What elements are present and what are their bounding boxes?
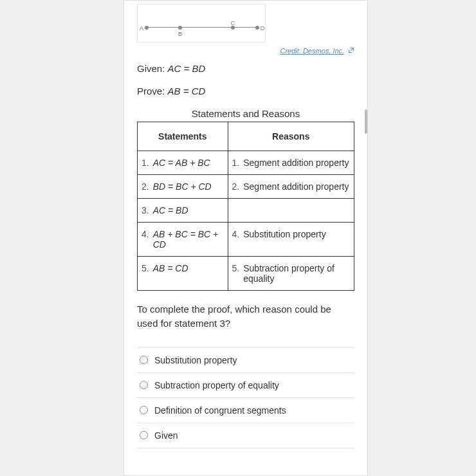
option-substitution[interactable]: Substitution property <box>137 348 354 373</box>
option-label: Subtraction property of equality <box>154 380 279 390</box>
row-num: 2. <box>142 181 149 192</box>
reason-text: Segment addition property <box>243 181 350 192</box>
credit-row: Credit: Desmos, Inc. <box>137 45 354 55</box>
row-num: 4. <box>142 229 149 250</box>
table-header-row: Statements Reasons <box>138 122 354 151</box>
credit-link[interactable]: Credit: Desmos, Inc. <box>280 47 344 55</box>
prove-line: Prove: AB = CD <box>137 86 354 96</box>
table-caption: Statements and Reasons <box>137 108 354 119</box>
point-a <box>145 26 149 30</box>
content-area: A B C D Credit: Desmos, Inc. Given: AC =… <box>124 4 367 461</box>
given-prefix: Given: <box>137 63 168 74</box>
option-label: Given <box>154 430 178 441</box>
option-label: Substitution property <box>154 355 237 365</box>
table-row: 5.AB = CD 5.Subtraction property of equa… <box>138 257 354 291</box>
scrollbar-thumb[interactable] <box>365 109 367 134</box>
label-c: C <box>231 20 235 26</box>
point-b <box>178 26 182 30</box>
statement-text: AC = AB + BC <box>153 158 224 168</box>
statement-text: AB + BC = BC + CD <box>153 229 224 250</box>
proof-table: Statements Reasons 1.AC = AB + BC 1.Segm… <box>137 122 354 291</box>
label-d: D <box>261 25 265 32</box>
prove-prefix: Prove: <box>137 86 168 96</box>
reason-num: 5. <box>232 263 240 284</box>
reason-text: Segment addition property <box>243 158 350 168</box>
row-num: 3. <box>142 205 149 215</box>
statement-text: AB = CD <box>153 263 224 273</box>
option-definition[interactable]: Definition of congruent segments <box>137 398 354 423</box>
option-subtraction[interactable]: Subtraction property of equality <box>137 373 354 398</box>
table-row: 3.AC = BD <box>138 199 354 223</box>
reason-num: 4. <box>232 229 240 239</box>
label-b: B <box>178 31 182 37</box>
document-page: A B C D Credit: Desmos, Inc. Given: AC =… <box>124 0 368 476</box>
reason-num: 2. <box>232 181 240 192</box>
row-num: 5. <box>142 263 149 273</box>
point-d <box>255 26 259 30</box>
given-expr: AC = BD <box>168 63 206 74</box>
radio-icon <box>140 356 148 364</box>
radio-icon <box>140 431 148 439</box>
label-a: A <box>140 25 143 32</box>
radio-icon <box>140 381 148 389</box>
table-row: 2.BD = BC + CD 2.Segment addition proper… <box>138 175 354 199</box>
options-list: Substitution property Subtraction proper… <box>137 347 354 448</box>
option-label: Definition of congruent segments <box>154 405 286 416</box>
header-reasons: Reasons <box>228 122 354 151</box>
external-link-icon <box>348 45 354 51</box>
credit-text: Credit: Desmos, Inc. <box>280 47 344 55</box>
question-text: To complete the proof, which reason coul… <box>137 302 354 331</box>
given-line: Given: AC = BD <box>137 63 354 74</box>
prove-expr: AB = CD <box>168 86 206 96</box>
reason-text: Subtraction property of equality <box>243 263 350 284</box>
reason-text: Substitution property <box>243 229 350 239</box>
option-given[interactable]: Given <box>137 423 354 448</box>
segment-line <box>147 27 256 28</box>
statement-text: AC = BD <box>153 205 224 215</box>
radio-icon <box>140 406 148 414</box>
row-num: 1. <box>142 158 149 168</box>
segment-diagram: A B C D <box>137 4 266 42</box>
table-row: 4.AB + BC = BC + CD 4.Substitution prope… <box>138 223 354 257</box>
statement-text: BD = BC + CD <box>153 181 224 192</box>
reason-num: 1. <box>232 158 240 168</box>
table-row: 1.AC = AB + BC 1.Segment addition proper… <box>138 151 354 175</box>
header-statements: Statements <box>138 122 228 151</box>
